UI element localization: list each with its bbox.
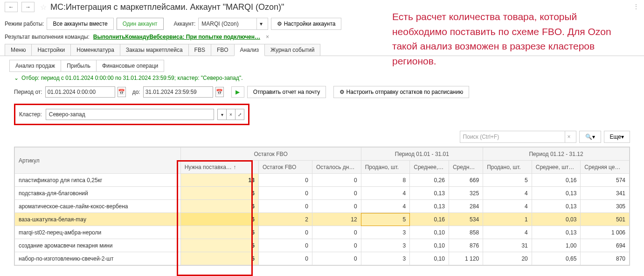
cell-supply: 5 (180, 239, 258, 252)
all-accounts-button[interactable]: Все аккаунты вместе (47, 18, 113, 30)
cell-sold2: 4 (483, 226, 532, 239)
cluster-filter: Кластер: Северо-запад ▾ × ⤢ (14, 104, 249, 125)
cell-avg2: 0,13 (532, 187, 581, 200)
more-button[interactable]: Еще ▾ (604, 131, 630, 143)
period-to-input[interactable]: 31.01.2024 23:59:59 (143, 86, 213, 98)
cell-sold2: 4 (483, 187, 532, 200)
cell-avg2: 0,03 (532, 213, 581, 226)
cell-price2: 574 (581, 174, 630, 187)
account-select[interactable]: MARQI (Ozon) ▾ (198, 18, 268, 30)
cell-price2: 501 (581, 213, 630, 226)
cell-supply: 6 (180, 187, 258, 200)
table-row[interactable]: пластификатор для гипса 0,25кг130080,266… (15, 174, 630, 187)
cell-supply: 5 (180, 226, 258, 239)
cell-sold2: 20 (483, 252, 532, 265)
close-icon[interactable]: × (264, 34, 271, 40)
cell-fbo: 0 (258, 239, 312, 252)
tab-events[interactable]: Журнал событий (264, 44, 320, 56)
expand-icon[interactable]: ⤢ (235, 109, 244, 120)
col-sold2[interactable]: Продано, шт. (483, 161, 532, 174)
cell-article: набор-по-изготовлению-свечей-2-шт (15, 252, 181, 265)
nav-forward-button[interactable]: → (21, 2, 35, 12)
tab-nomenclature[interactable]: Номенклатура (70, 44, 120, 56)
menu-dots-icon[interactable]: ⋮ (633, 3, 639, 10)
subtab-profit[interactable]: Прибыль (61, 60, 97, 72)
cell-sold1: 4 (361, 200, 410, 213)
cell-article: пластификатор для гипса 0,25кг (15, 174, 181, 187)
cell-supply: 5 (180, 252, 258, 265)
col-supply[interactable]: Нужна поставка… ↑ (180, 161, 258, 174)
table-row[interactable]: набор-по-изготовлению-свечей-2-шт50030,1… (15, 252, 630, 265)
table-row[interactable]: marqi-st02-перец-амбра-нероли50030,10858… (15, 226, 630, 239)
cell-article: подставка-для-благовоний (15, 187, 181, 200)
sort-asc-icon: ↑ (233, 164, 236, 170)
cell-supply: 13 (180, 174, 258, 187)
cell-sold2: 4 (483, 200, 532, 213)
tab-fbs[interactable]: FBS (188, 44, 211, 56)
cell-price2: 1 006 (581, 226, 630, 239)
chevron-down-icon[interactable]: ▾ (217, 109, 227, 120)
tab-analysis[interactable]: Анализ (234, 44, 265, 56)
cell-sold1: 3 (361, 226, 410, 239)
col-article[interactable]: Артикул (15, 148, 181, 174)
cell-fbo: 0 (258, 187, 312, 200)
cell-fbo: 0 (258, 174, 312, 187)
table-row[interactable]: подставка-для-благовоний60040,1332540,13… (15, 187, 630, 200)
col-avgp2[interactable]: Средняя це… (581, 161, 630, 174)
tab-orders[interactable]: Заказы маркетплейса (120, 44, 189, 56)
period-from-label: Период от: (14, 89, 42, 95)
col-sold1[interactable]: Продано, шт. (361, 161, 410, 174)
page-title: МС:Интеграция с маркетплейсами. Аккаунт … (50, 2, 284, 12)
account-label: Аккаунт: (174, 21, 196, 27)
search-input[interactable]: Поиск (Ctrl+F) × (460, 131, 576, 143)
result-link[interactable]: ВыполнитьКомандуВебсервиса: При попытке … (93, 34, 260, 40)
table-row[interactable]: ваза-шкатулка-белая-may621250,1653410,03… (15, 213, 630, 226)
table-row[interactable]: ароматическое-саше-лайм-кокос-вербена600… (15, 200, 630, 213)
calendar-icon[interactable]: 📅 (215, 87, 224, 97)
col-avg2[interactable]: Среднее, шт… (532, 161, 581, 174)
cell-fbo: 0 (258, 200, 312, 213)
cell-avg2: 1,00 (532, 239, 581, 252)
cell-article: ароматическое-саше-лайм-кокос-вербена (15, 200, 181, 213)
subtab-sales[interactable]: Анализ продаж (9, 60, 61, 72)
clear-icon[interactable]: × (565, 131, 573, 142)
cell-sold1: 3 (361, 239, 410, 252)
configure-schedule-button[interactable]: ⚙ Настроить отправку остатков по расписа… (333, 86, 469, 98)
tab-fbo[interactable]: FBO (211, 44, 235, 56)
search-icon: 🔍 (585, 134, 592, 140)
gear-icon: ⚙ (277, 21, 282, 27)
cluster-input[interactable]: Северо-запад (46, 109, 214, 120)
table-row[interactable]: создание аромасвечи пекарня мини50030,10… (15, 239, 630, 252)
cell-sold1: 4 (361, 187, 410, 200)
period-from-input[interactable]: 01.01.2024 0:00:00 (45, 86, 115, 98)
send-report-button[interactable]: Отправить отчет на почту (247, 86, 326, 98)
cell-article: ваза-шкатулка-белая-may (15, 213, 181, 226)
run-button[interactable]: ▶ (231, 86, 244, 98)
cell-avg2: 0,13 (532, 226, 581, 239)
period-to-label: до: (132, 89, 140, 95)
search-button[interactable]: 🔍 ▾ (579, 131, 601, 143)
col-days[interactable]: Осталось дн… (312, 161, 361, 174)
cell-price2: 305 (581, 200, 630, 213)
cell-price1: 669 (449, 174, 483, 187)
clear-icon[interactable]: × (226, 109, 235, 120)
account-settings-button[interactable]: ⚙ Настройки аккаунта (271, 18, 341, 30)
favorite-icon[interactable]: ☆ (40, 3, 47, 12)
one-account-button[interactable]: Один аккаунт (117, 18, 164, 30)
cell-days: 0 (312, 200, 361, 213)
cell-fbo: 0 (258, 226, 312, 239)
cell-supply: 6 (180, 200, 258, 213)
cell-days: 0 (312, 252, 361, 265)
calendar-icon[interactable]: 📅 (118, 87, 126, 97)
tab-menu[interactable]: Меню (5, 44, 32, 56)
cell-avg1: 0,13 (410, 187, 449, 200)
col-avg1[interactable]: Среднее,… (410, 161, 449, 174)
cell-sold2: 1 (483, 213, 532, 226)
result-label: Результат выполнения команды: (5, 34, 90, 40)
chevron-down-icon[interactable]: ⌄ (14, 75, 19, 81)
col-fbo-rest[interactable]: Остаток FBO (258, 161, 312, 174)
subtab-finops[interactable]: Финансовые операци (96, 60, 164, 72)
col-avgp1[interactable]: Средн… (449, 161, 483, 174)
nav-back-button[interactable]: ← (5, 2, 18, 12)
tab-settings[interactable]: Настройки (31, 44, 71, 56)
